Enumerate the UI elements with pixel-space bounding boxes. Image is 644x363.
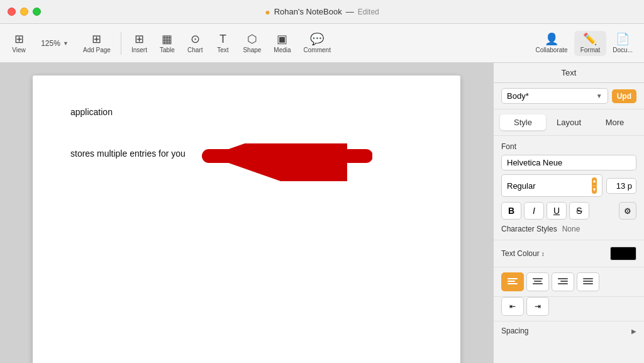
zoom-control[interactable]: 125% ▼ <box>33 36 77 50</box>
text-colour-swatch[interactable] <box>610 247 636 260</box>
chart-icon: ⊙ <box>191 33 200 45</box>
tab-more[interactable]: More <box>592 114 638 130</box>
main-area: application stores multiple entries for … <box>0 63 644 363</box>
font-name-row: Helvetica Neue <box>501 155 636 170</box>
minimize-button[interactable] <box>20 8 28 16</box>
view-button[interactable]: ⊞ View <box>5 31 33 56</box>
comment-icon: 💬 <box>310 33 324 45</box>
toolbar-mid-group: ⊞ Insert ▦ Table ⊙ Chart T Text ⬡ Shape … <box>125 31 337 56</box>
panel-tabs: Style Layout More <box>494 109 644 136</box>
view-label: View <box>12 47 26 53</box>
italic-button[interactable]: I <box>524 202 544 220</box>
arrow-annotation <box>171 143 372 183</box>
text-label: Text <box>217 47 228 53</box>
zoom-chevron-icon: ▼ <box>63 40 69 47</box>
doc-text-stores: stores multiple entries for you <box>70 148 423 159</box>
title-dot: ● <box>265 7 270 17</box>
align-left-button[interactable] <box>501 272 524 291</box>
char-styles-label: Character Styles <box>501 225 557 233</box>
view-icon: ⊞ <box>14 33 24 45</box>
font-style-stepper[interactable]: ▲ ▼ <box>592 177 597 194</box>
media-button[interactable]: ▣ Media <box>267 31 297 56</box>
format-button[interactable]: ✏️ Format <box>574 31 607 56</box>
doc-text-application: application <box>70 107 423 117</box>
text-colour-chevron-icon: ↕ <box>541 250 545 257</box>
indent-button[interactable]: ⇤ <box>501 297 524 316</box>
char-styles-row: Character Styles None <box>501 225 636 233</box>
document-page: application stores multiple entries for … <box>33 75 460 363</box>
comment-label: Comment <box>304 47 331 53</box>
strikethrough-button[interactable]: S <box>569 202 589 220</box>
add-page-icon: ⊞ <box>92 33 101 45</box>
stepper-down-button[interactable]: ▼ <box>592 186 597 194</box>
title-bar: ● Rohan's NoteBook — Edited <box>0 0 644 24</box>
font-style-select[interactable]: Regular ▲ ▼ <box>501 174 602 197</box>
font-size-input[interactable]: 13 p <box>606 178 636 194</box>
outdent-button[interactable]: ⇥ <box>526 297 549 316</box>
fullscreen-button[interactable] <box>33 8 41 16</box>
canvas-area: application stores multiple entries for … <box>0 63 493 363</box>
align-center-button[interactable] <box>526 272 549 291</box>
text-colour-label-text: Text Colour <box>501 249 540 258</box>
font-section: Font Helvetica Neue Regular ▲ ▼ 13 p B I… <box>494 136 644 240</box>
spacing-row[interactable]: Spacing ▶ <box>494 321 644 340</box>
chart-button[interactable]: ⊙ Chart <box>181 31 209 56</box>
table-icon: ▦ <box>162 33 172 45</box>
indent-row: ⇤ ⇥ <box>494 297 644 321</box>
font-name-input[interactable]: Helvetica Neue <box>501 155 636 170</box>
bold-button[interactable]: B <box>501 202 521 220</box>
insert-icon: ⊞ <box>135 33 144 45</box>
font-style-value: Regular <box>507 181 536 191</box>
close-button[interactable] <box>8 8 16 16</box>
spacing-chevron-icon: ▶ <box>631 328 636 335</box>
svg-rect-3 <box>508 283 518 284</box>
add-page-label: Add Page <box>83 47 111 53</box>
text-colour-row: Text Colour ↕ <box>494 240 644 267</box>
font-section-label: Font <box>501 142 636 151</box>
font-style-row: Regular ▲ ▼ 13 p <box>501 174 636 197</box>
doc-label: Docu... <box>613 47 633 53</box>
text-button[interactable]: T Text <box>209 31 236 56</box>
tab-style[interactable]: Style <box>500 114 546 130</box>
chart-label: Chart <box>187 47 203 53</box>
toolbar-left-group: ⊞ View 125% ▼ ⊞ Add Page <box>5 31 117 56</box>
shape-button[interactable]: ⬡ Shape <box>236 31 267 56</box>
insert-label: Insert <box>131 47 147 53</box>
tab-layout[interactable]: Layout <box>546 114 592 130</box>
text-icon: T <box>219 33 226 45</box>
toolbar-right-group: 👤 Collaborate ✏️ Format 📄 Docu... <box>529 31 639 56</box>
char-styles-value: None <box>562 225 580 233</box>
text-options-button[interactable]: ⚙ <box>619 202 636 220</box>
table-button[interactable]: ▦ Table <box>153 31 181 56</box>
para-style-select[interactable]: Body* ▼ <box>501 88 608 104</box>
window-title: ● Rohan's NoteBook — Edited <box>265 7 379 17</box>
right-panel: Text Body* ▼ Upd Style Layout More Font … <box>493 63 644 363</box>
edited-label: Edited <box>358 8 379 16</box>
panel-title: Text <box>494 63 644 83</box>
svg-rect-1 <box>508 278 518 279</box>
align-right-button[interactable] <box>552 272 574 291</box>
svg-rect-9 <box>558 283 568 284</box>
underline-button[interactable]: U <box>547 202 567 220</box>
stepper-up-button[interactable]: ▲ <box>592 177 597 186</box>
update-button[interactable]: Upd <box>612 89 636 103</box>
collaborate-icon: 👤 <box>545 33 558 45</box>
add-page-button[interactable]: ⊞ Add Page <box>77 31 117 56</box>
stores-text: stores multiple entries for you <box>70 148 186 159</box>
text-colour-label: Text Colour ↕ <box>501 249 545 258</box>
title-dash: — <box>346 7 354 16</box>
insert-button[interactable]: ⊞ Insert <box>125 31 153 56</box>
shape-icon: ⬡ <box>247 33 257 45</box>
toolbar: ⊞ View 125% ▼ ⊞ Add Page ⊞ Insert ▦ Tabl… <box>0 24 644 63</box>
app-name: Rohan's NoteBook <box>274 7 342 16</box>
collaborate-button[interactable]: 👤 Collaborate <box>529 31 574 56</box>
doc-button[interactable]: 📄 Docu... <box>606 31 639 56</box>
svg-rect-6 <box>533 283 543 284</box>
comment-button[interactable]: 💬 Comment <box>297 31 337 56</box>
para-style-row: Body* ▼ Upd <box>494 83 644 109</box>
zoom-value: 125% <box>41 39 60 48</box>
svg-rect-12 <box>583 283 593 284</box>
table-label: Table <box>160 47 175 53</box>
media-label: Media <box>274 47 291 53</box>
align-justify-button[interactable] <box>577 272 599 291</box>
